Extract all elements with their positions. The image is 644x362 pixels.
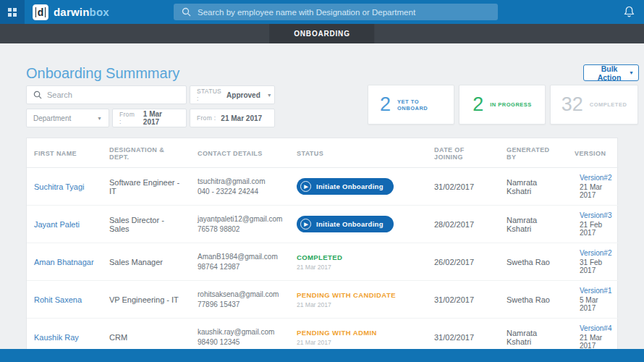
grid-icon — [8, 8, 17, 17]
phone-text: 76578 98802 — [198, 224, 282, 235]
contact-cell: rohitsaksena@gmail.com 77896 15437 — [190, 281, 289, 319]
stat-label: YET TO ONBOARD — [397, 98, 442, 111]
page-title: Onboarding Summmary — [26, 65, 179, 82]
version-date: 31 Feb 2017 — [580, 258, 611, 274]
stat-card-completed[interactable]: 32 COMPLETED — [550, 85, 638, 125]
date-of-joining-cell: 26/02/2017 — [427, 243, 499, 281]
employee-name-link[interactable]: Jayant Paleti — [34, 220, 80, 229]
phone-text: 040 - 23224 24244 — [198, 187, 282, 197]
status-label: PENDING WITH CANDIDATE — [297, 291, 420, 299]
employee-name-link[interactable]: Aman Bhatnagar — [34, 258, 94, 266]
search-icon — [182, 7, 191, 17]
brand-name: darwinbox — [54, 6, 109, 18]
top-navbar: d darwinbox Search by employee name with… — [0, 0, 644, 24]
table-header-row: FIRST NAME DESIGNATION & DEPT. CONTACT D… — [27, 138, 619, 168]
app-launcher-button[interactable] — [0, 0, 25, 24]
initiate-onboarding-label: Initiate Onboarding — [316, 220, 384, 228]
from-date-1-label: From : — [119, 111, 138, 125]
version-date: 21 Mar 2017 — [580, 334, 611, 350]
col-header-generated-by: GENERATED BY — [499, 138, 567, 168]
stat-label: IN PROGRESS — [490, 101, 532, 108]
version-date: 21 Mar 2017 — [580, 183, 611, 199]
version-cell: Version#1 5 Mar 2017 — [575, 287, 611, 312]
department-filter-placeholder: Department — [33, 114, 71, 122]
global-search-input[interactable]: Search by employee name with Designation… — [174, 4, 498, 20]
status-text: COMPLETED 21 Mar 2017 — [297, 253, 420, 271]
initiate-onboarding-label: Initiate Onboarding — [316, 182, 384, 190]
tab-onboarding-label: ONBOARDING — [294, 30, 349, 38]
version-link[interactable]: Version#2 — [580, 249, 611, 257]
notifications-button[interactable] — [624, 6, 635, 20]
chevron-down-icon: ▼ — [267, 93, 272, 98]
initiate-onboarding-button[interactable]: ▶ Initiate Onboarding — [297, 178, 394, 195]
col-header-doj: DATE OF JOINING — [427, 138, 499, 168]
from-date-filter-2[interactable]: From : 21 Mar 2017 — [190, 109, 275, 127]
department-filter-dropdown[interactable]: Department ▼ — [26, 109, 109, 127]
search-icon — [33, 90, 42, 99]
version-cell: Version#3 21 Feb 2017 — [575, 211, 611, 237]
version-cell: Version#4 21 Mar 2017 — [575, 324, 611, 350]
table-row: Aman Bhatnagar Sales Manager AmanB1984@g… — [27, 243, 619, 281]
footer-bar — [0, 349, 644, 362]
stat-card-in-progress[interactable]: 2 IN PROGRESS — [459, 85, 546, 125]
version-link[interactable]: Version#4 — [580, 324, 611, 332]
table-search-input[interactable]: Search — [26, 85, 187, 104]
table-row: Rohit Saxena VP Engineering - IT rohitsa… — [27, 281, 619, 319]
chevron-down-icon: ▼ — [629, 70, 634, 75]
play-icon: ▶ — [300, 219, 311, 230]
version-link[interactable]: Version#1 — [580, 287, 611, 295]
brand-logo[interactable]: d darwinbox — [33, 4, 109, 20]
stat-value: 2 — [473, 93, 483, 116]
version-date: 5 Mar 2017 — [580, 296, 611, 312]
status-filter-dropdown[interactable]: STATUS : Approved ▼ — [190, 85, 275, 104]
bulk-action-label: Bulk Action — [590, 64, 629, 82]
version-link[interactable]: Version#2 — [580, 174, 611, 182]
phone-text: 98490 12345 — [198, 337, 282, 348]
from-date-2-label: From : — [197, 114, 216, 122]
module-nav: ONBOARDING — [0, 24, 644, 43]
bulk-action-dropdown[interactable]: Bulk Action ▼ — [583, 64, 639, 81]
col-header-status: STATUS — [289, 138, 427, 168]
status-label: PENDING WITH ADMIN — [297, 329, 420, 337]
designation-cell: VP Engineering - IT — [102, 281, 190, 319]
table-row: Suchitra Tyagi Software Engineer - IT ts… — [27, 168, 619, 206]
generated-by-cell: Swetha Rao — [499, 281, 567, 319]
contact-cell: AmanB1984@gmail.com 98764 12987 — [190, 243, 289, 281]
employee-name-link[interactable]: Rohit Saxena — [34, 295, 82, 304]
version-cell: Version#2 31 Feb 2017 — [575, 249, 611, 274]
email-text: jayantpaleti12@gmail.com — [198, 214, 282, 224]
email-text: rohitsaksena@gmail.com — [198, 290, 282, 300]
employee-name-link[interactable]: Kaushik Ray — [34, 333, 79, 342]
tab-onboarding[interactable]: ONBOARDING — [269, 24, 374, 43]
phone-text: 77896 15437 — [198, 300, 282, 310]
col-header-designation: DESIGNATION & DEPT. — [102, 138, 190, 168]
version-link[interactable]: Version#3 — [580, 211, 611, 219]
contact-cell: tsuchitra@gmail.com 040 - 23224 24244 — [190, 168, 289, 206]
table-row: Jayant Paleti Sales Director - Sales jay… — [27, 206, 619, 243]
play-icon: ▶ — [300, 181, 311, 192]
initiate-onboarding-button[interactable]: ▶ Initiate Onboarding — [297, 216, 394, 232]
designation-cell: Software Engineer - IT — [102, 168, 190, 206]
status-date: 21 Mar 2017 — [297, 339, 420, 346]
col-header-version: VERSION — [567, 138, 619, 168]
stat-value: 32 — [562, 93, 583, 116]
col-header-first-name: FIRST NAME — [27, 138, 102, 168]
date-of-joining-cell: 28/02/2017 — [427, 206, 499, 243]
from-date-filter-1[interactable]: From : 1 Mar 2017 — [112, 109, 187, 127]
onboarding-table: FIRST NAME DESIGNATION & DEPT. CONTACT D… — [26, 138, 618, 362]
email-text: AmanB1984@gmail.com — [198, 252, 282, 262]
email-text: kaushik.ray@gmail.com — [198, 327, 282, 337]
stat-label: COMPLETED — [590, 101, 627, 108]
global-search-placeholder: Search by employee name with Designation… — [198, 8, 415, 17]
table-search-placeholder: Search — [47, 90, 72, 99]
email-text: tsuchitra@gmail.com — [198, 177, 282, 187]
designation-cell: Sales Director - Sales — [102, 206, 190, 243]
status-date: 21 Mar 2017 — [297, 301, 420, 308]
stat-value: 2 — [380, 93, 391, 116]
status-text: PENDING WITH CANDIDATE 21 Mar 2017 — [297, 291, 420, 308]
employee-name-link[interactable]: Suchitra Tyagi — [34, 182, 85, 191]
stat-card-yet-to-onboard[interactable]: 2 YET TO ONBOARD — [368, 85, 454, 125]
chevron-down-icon: ▼ — [97, 116, 102, 121]
from-date-2-value: 21 Mar 2017 — [221, 114, 262, 122]
darwinbox-logo-icon: d — [33, 4, 48, 20]
